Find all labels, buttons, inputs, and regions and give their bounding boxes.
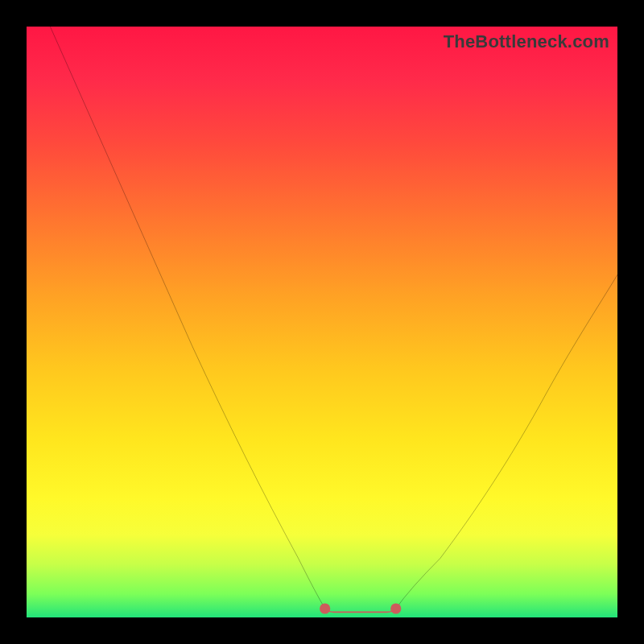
curve-left — [50, 27, 324, 609]
chart-frame: TheBottleneck.com — [0, 0, 644, 644]
flat-bottom-highlight — [325, 609, 396, 612]
curve-right — [396, 275, 617, 609]
highlight-dot-left — [320, 603, 330, 613]
curve-layer — [27, 27, 617, 617]
plot-area: TheBottleneck.com — [27, 27, 617, 617]
highlight-dot-right — [390, 603, 401, 613]
